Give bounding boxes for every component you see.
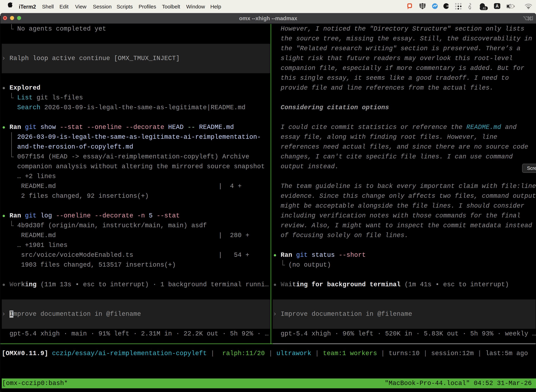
svg-text:..61: ..61 [481, 7, 486, 10]
